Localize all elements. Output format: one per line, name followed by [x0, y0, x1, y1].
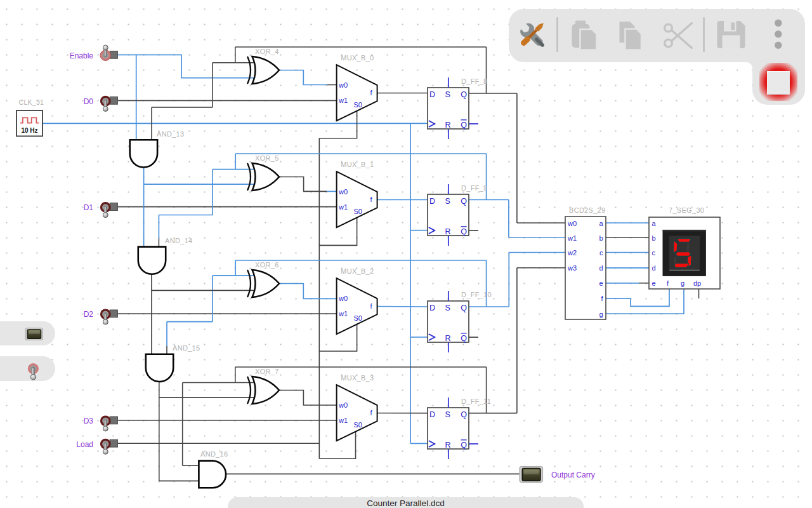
svg-text:w0: w0 [338, 295, 348, 302]
svg-text:MUX_B_1: MUX_B_1 [341, 161, 374, 168]
svg-text:Q: Q [461, 90, 467, 99]
svg-text:S: S [445, 197, 450, 206]
svg-text:D: D [429, 410, 435, 419]
svg-text:AND_13: AND_13 [157, 130, 184, 138]
svg-text:e: e [599, 279, 603, 287]
svg-text:g: g [681, 279, 684, 287]
svg-text:S0: S0 [353, 421, 362, 429]
svg-text:D: D [429, 90, 435, 99]
svg-text:D_FF_10: D_FF_10 [461, 291, 492, 298]
svg-text:w1: w1 [338, 310, 348, 318]
svg-text:Q: Q [461, 334, 467, 343]
svg-text:S0: S0 [353, 208, 362, 215]
svg-text:a: a [652, 220, 657, 227]
svg-text:d: d [652, 264, 656, 272]
svg-text:R: R [445, 121, 451, 130]
svg-text:e: e [652, 279, 656, 287]
svg-text:MUX_B_0: MUX_B_0 [341, 54, 374, 62]
svg-text:R: R [445, 334, 451, 343]
svg-text:w2: w2 [567, 249, 577, 257]
svg-text:D: D [429, 304, 435, 312]
svg-text:w0: w0 [567, 220, 577, 227]
svg-text:D_FF_11: D_FF_11 [461, 398, 491, 405]
svg-text:b: b [599, 234, 603, 242]
svg-text:D3: D3 [84, 417, 94, 425]
svg-text:dp: dp [693, 279, 701, 287]
svg-text:Load: Load [76, 440, 93, 449]
svg-text:Q: Q [461, 227, 467, 236]
svg-text:R: R [445, 227, 451, 236]
svg-text:AND_15: AND_15 [173, 344, 200, 352]
svg-text:a: a [599, 220, 603, 227]
svg-text:AND_16: AND_16 [200, 450, 228, 458]
svg-text:CLK_31: CLK_31 [19, 98, 44, 106]
svg-text:D_FF_8: D_FF_8 [461, 77, 488, 85]
svg-text:c: c [652, 249, 656, 257]
svg-text:D0: D0 [84, 97, 94, 106]
svg-text:Q: Q [461, 441, 467, 450]
svg-text:MUX_B_2: MUX_B_2 [341, 267, 374, 275]
svg-text:S: S [445, 90, 450, 99]
svg-text:b: b [652, 234, 656, 242]
svg-text:D2: D2 [84, 310, 94, 319]
svg-text:Q: Q [461, 121, 467, 130]
svg-text:Q: Q [461, 410, 467, 419]
svg-text:R: R [445, 441, 451, 450]
svg-text:w1: w1 [338, 203, 348, 211]
svg-text:w3: w3 [567, 264, 577, 272]
svg-text:w1: w1 [567, 234, 577, 242]
svg-text:MUX_B_3: MUX_B_3 [341, 374, 374, 382]
svg-text:D: D [429, 197, 435, 206]
svg-text:Enable: Enable [70, 51, 94, 60]
svg-text:7_SEG_30: 7_SEG_30 [669, 206, 704, 214]
svg-text:XOR_7: XOR_7 [255, 368, 279, 375]
svg-text:S0: S0 [353, 314, 362, 322]
svg-text:w0: w0 [338, 188, 348, 196]
svg-text:Q: Q [461, 197, 467, 206]
svg-text:c: c [599, 249, 603, 257]
svg-text:BCD2S_29: BCD2S_29 [569, 206, 605, 214]
svg-text:Output Carry: Output Carry [551, 471, 595, 479]
svg-text:D1: D1 [84, 203, 94, 212]
svg-text:w1: w1 [338, 97, 348, 104]
svg-text:Q: Q [461, 304, 467, 312]
svg-text:w0: w0 [338, 401, 348, 409]
svg-text:d: d [599, 264, 603, 272]
svg-text:S: S [445, 304, 450, 312]
svg-text:XOR_4: XOR_4 [255, 48, 279, 55]
svg-text:w0: w0 [338, 81, 348, 89]
svg-text:g: g [599, 311, 603, 318]
svg-text:D_FF_9: D_FF_9 [461, 184, 488, 192]
svg-text:S0: S0 [353, 101, 362, 109]
svg-text:10 Hz: 10 Hz [21, 127, 37, 134]
svg-text:XOR_5: XOR_5 [255, 154, 279, 162]
svg-text:XOR_6: XOR_6 [255, 261, 279, 269]
svg-text:S: S [445, 410, 450, 419]
svg-text:w1: w1 [338, 417, 348, 424]
svg-text:AND_14: AND_14 [165, 237, 192, 244]
